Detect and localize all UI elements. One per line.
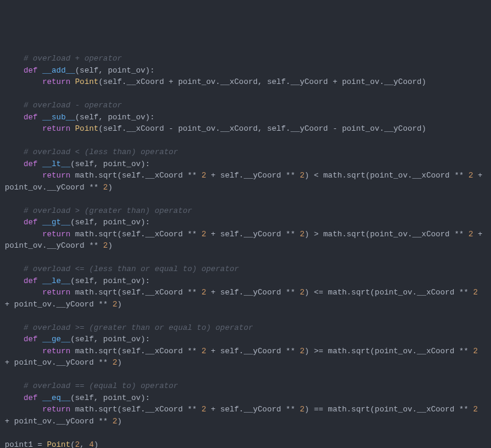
sub-body: Point(self.__xCoord - point_ov.__xCoord,… (70, 124, 426, 133)
params-le: (self, point_ov): (70, 276, 150, 285)
code-editor: # overload + operator def __add__(self, … (5, 53, 486, 448)
method-name-sub: __sub__ (42, 113, 75, 122)
return-keyword: return (42, 171, 70, 180)
method-name-add: __add__ (42, 66, 75, 75)
comment-ge: # overload >= (greater than or equal to)… (23, 323, 253, 332)
params-gt: (self, point_ov): (70, 218, 150, 227)
close-paren: ) (94, 440, 98, 449)
def-keyword: def (23, 335, 37, 344)
indent (5, 54, 23, 63)
def-keyword: def (23, 393, 37, 402)
comma: , (80, 440, 89, 449)
comment-eq: # overload == (equal to) operator (23, 381, 178, 390)
return-keyword: return (42, 288, 70, 297)
indent (5, 276, 23, 285)
method-name-ge: __ge__ (42, 335, 70, 344)
indent (5, 230, 42, 239)
return-keyword: return (42, 405, 70, 414)
params-lt: (self, point_ov): (70, 160, 150, 169)
indent (5, 218, 23, 227)
return-keyword: return (42, 347, 70, 356)
def-keyword: def (23, 160, 37, 169)
lt-body: math.sqrt(self.__xCoord ** 2 + self.__yC… (5, 171, 487, 192)
indent (5, 113, 23, 122)
le-body: math.sqrt(self.__xCoord ** 2 + self.__yC… (5, 288, 483, 309)
def-keyword: def (23, 113, 37, 122)
method-name-eq: __eq__ (42, 393, 70, 402)
indent (5, 264, 23, 273)
comment-lt: # overload < (less than) operator (23, 148, 178, 157)
indent (5, 148, 23, 157)
comment-gt: # overload > (greater than) operator (23, 206, 192, 215)
indent (5, 66, 23, 75)
indent (5, 101, 23, 110)
indent (5, 323, 23, 332)
ge-body: math.sqrt(self.__xCoord ** 2 + self.__yC… (5, 347, 483, 368)
def-keyword: def (23, 218, 37, 227)
indent (5, 160, 23, 169)
indent (5, 206, 23, 215)
method-name-le: __le__ (42, 276, 70, 285)
indent (5, 393, 23, 402)
eq-body: math.sqrt(self.__xCoord ** 2 + self.__yC… (5, 405, 483, 426)
params-eq: (self, point_ov): (70, 393, 150, 402)
indent (5, 171, 42, 180)
params-ge: (self, point_ov): (70, 335, 150, 344)
point1-assign: point1 = Point( (5, 440, 75, 449)
def-keyword: def (23, 276, 37, 285)
comment-sub: # overload - operator (23, 101, 122, 110)
params-sub: (self, point_ov): (75, 113, 155, 122)
params-add: (self, point_ov): (75, 66, 155, 75)
indent (5, 335, 23, 344)
gt-body: math.sqrt(self.__xCoord ** 2 + self.__yC… (5, 230, 487, 251)
def-keyword: def (23, 66, 37, 75)
indent (5, 77, 42, 86)
indent (5, 405, 42, 414)
return-keyword: return (42, 124, 70, 133)
return-keyword: return (42, 230, 70, 239)
indent (5, 347, 42, 356)
comment-add: # overload + operator (23, 54, 122, 63)
indent (5, 381, 23, 390)
method-name-gt: __gt__ (42, 218, 70, 227)
return-keyword: return (42, 77, 70, 86)
number-literal: 2 (75, 440, 80, 449)
add-body: Point(self.__xCoord + point_ov.__xCoord,… (70, 77, 426, 86)
indent (5, 288, 42, 297)
indent (5, 124, 42, 133)
comment-le: # overload <= (less than or equal to) op… (23, 264, 239, 273)
method-name-lt: __lt__ (42, 160, 70, 169)
